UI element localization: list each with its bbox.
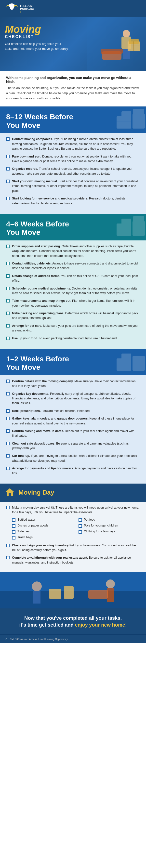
- checklist-item-text: Order supplies and start packing. Order …: [12, 244, 140, 258]
- moving-day-grid-item: Clothing for a few days: [79, 530, 140, 534]
- section-4-6-weeks: 4–6 Weeks BeforeYou Move Order supplies …: [0, 214, 146, 349]
- checklist-item: Order supplies and start packing. Order …: [6, 244, 140, 258]
- checklist-item-text: Car tune-up. If you are moving to a new …: [12, 454, 140, 463]
- checklist-item: Schedule routine medical appointments. D…: [6, 286, 140, 296]
- checklist-item: Start looking for new service and medica…: [6, 196, 140, 206]
- svg-text:MORTGAGE: MORTGAGE: [20, 8, 34, 10]
- checkbox[interactable]: [6, 180, 9, 183]
- checklist-item: Organize records. Transfer school record…: [6, 166, 140, 176]
- checklist-item-text: Contact moving companies. If you'll be h…: [12, 137, 140, 151]
- svg-rect-33: [33, 591, 40, 603]
- moving-day-grid-item: Dishes or paper goods: [12, 524, 74, 528]
- checklist-item-text: Organize key documents. Personally carry…: [12, 392, 140, 406]
- checklist-item-text: Arrange for payments and tips for movers…: [12, 466, 140, 476]
- checkbox[interactable]: [6, 409, 9, 413]
- checklist-item-text: Refill prescriptions. Forward medical re…: [12, 409, 91, 413]
- checklist-item: Contact utilities, cable, etc. Arrange t…: [6, 261, 140, 271]
- checklist-item: Gather keys, alarm codes, and garage doo…: [6, 416, 140, 426]
- survival-kit-item: Make a moving-day survival kit. These ar…: [6, 505, 140, 515]
- hero-section: Moving CHECKLIST Our timeline can help y…: [0, 17, 146, 71]
- checkbox[interactable]: [6, 197, 9, 200]
- section-1-2-title: 1–2 Weeks BeforeYou Move: [6, 355, 140, 372]
- header: FREEDOM MORTGAGE ®: [0, 0, 146, 17]
- checkbox[interactable]: [6, 506, 9, 509]
- checkbox[interactable]: [79, 530, 82, 534]
- checkbox[interactable]: [6, 287, 9, 290]
- checklist-item: Confirm closing and move-in dates. Reach…: [6, 429, 140, 438]
- moving-day-header: Moving Day: [0, 484, 146, 502]
- checklist-item-text: Organize records. Transfer school record…: [12, 166, 140, 176]
- brand-logo: FREEDOM MORTGAGE ®: [5, 3, 34, 14]
- checklist-item: Complete a walkthrough with your real es…: [6, 555, 140, 565]
- footer-bar-text: NMLS Consumer Access. Equal Housing Oppo…: [10, 638, 68, 641]
- checkbox[interactable]: [6, 167, 9, 170]
- checkbox[interactable]: [12, 518, 16, 522]
- checkbox[interactable]: [6, 467, 9, 470]
- checkbox[interactable]: [6, 337, 9, 340]
- section-1-2-header: 1–2 Weeks BeforeYou Move: [0, 349, 146, 375]
- intro-section: With some planning and organization, you…: [0, 71, 146, 106]
- svg-rect-29: [8, 493, 11, 496]
- checkbox[interactable]: [6, 137, 9, 141]
- intro-body-text: The to-do list can be daunting, but you …: [6, 86, 140, 101]
- moving-day-illustration: [0, 571, 146, 609]
- checkbox[interactable]: [6, 262, 9, 265]
- checkbox[interactable]: [6, 454, 9, 458]
- checkbox[interactable]: [79, 518, 82, 522]
- checkbox[interactable]: [12, 524, 16, 528]
- checkbox[interactable]: [6, 155, 9, 158]
- checkbox[interactable]: [12, 530, 16, 534]
- checklist-item-text: Start looking for new service and medica…: [12, 196, 140, 206]
- checkbox[interactable]: [6, 544, 9, 547]
- checklist-item: Use up your food. To avoid packing peris…: [6, 336, 140, 341]
- svg-text:®: ®: [20, 11, 22, 13]
- checkbox[interactable]: [6, 417, 9, 420]
- moving-day-grid-item: Trash bags: [12, 535, 74, 539]
- checkbox[interactable]: [6, 442, 9, 445]
- checklist-item-text: Obtain change-of-address forms. You can …: [12, 274, 140, 283]
- survival-kit-text: Make a moving-day survival kit. These ar…: [12, 505, 140, 515]
- checkbox[interactable]: [6, 379, 9, 383]
- section-8-12-header: 8–12 Weeks BeforeYou Move: [0, 106, 146, 133]
- svg-rect-38: [88, 590, 108, 599]
- moving-day-grid-item: Toys for younger children: [79, 524, 140, 528]
- checklist-item-text: Clean out safe deposit boxes. Be sure to…: [12, 441, 140, 451]
- checklist-item: Obtain change-of-address forms. You can …: [6, 274, 140, 283]
- checklist-item: Clean out safe deposit boxes. Be sure to…: [6, 441, 140, 451]
- checkbox[interactable]: [6, 274, 9, 278]
- moving-day-section: Moving Day Make a moving-day survival ki…: [0, 484, 146, 609]
- moving-day-grid-item: Pet food: [79, 518, 140, 522]
- checklist-item: Pare down and sort. Donate, recycle, or …: [6, 154, 140, 164]
- checkbox[interactable]: [6, 392, 9, 396]
- checkbox[interactable]: [6, 312, 9, 315]
- section-1-2-weeks: 1–2 Weeks BeforeYou Move Confirm details…: [0, 349, 146, 484]
- svg-rect-35: [64, 586, 74, 599]
- footer-cta: Now that you've completed all your tasks…: [0, 609, 146, 634]
- moving-day-grid: Bottled water Pet food Dishes or paper g…: [12, 518, 140, 539]
- moving-day-grid-item: Bottled water: [12, 518, 74, 522]
- section-8-12-body: Contact moving companies. If you'll be h…: [0, 133, 146, 214]
- checkbox[interactable]: [12, 536, 16, 539]
- moving-day-image: [0, 571, 146, 609]
- svg-text:FREEDOM: FREEDOM: [20, 5, 32, 7]
- checkbox[interactable]: [6, 556, 9, 559]
- checkbox[interactable]: [6, 429, 9, 433]
- svg-point-36: [106, 580, 115, 588]
- logo-area: FREEDOM MORTGAGE ®: [5, 3, 34, 14]
- moving-day-body: Make a moving-day survival kit. These ar…: [0, 502, 146, 571]
- checklist-item: Start your own moving manual. Start a bi…: [6, 179, 140, 193]
- checklist-item-text: Contact utilities, cable, etc. Arrange t…: [12, 261, 140, 271]
- checkbox[interactable]: [79, 524, 82, 528]
- checklist-item-text: Confirm details with the moving company.…: [12, 379, 140, 389]
- checklist-item: Arrange for pet care. Make sure your pet…: [6, 323, 140, 333]
- checkbox[interactable]: [6, 324, 9, 328]
- checklist-item: Check and sign your moving inventory lis…: [6, 543, 140, 553]
- moving-day-title: Moving Day: [19, 489, 54, 496]
- checkbox[interactable]: [6, 299, 9, 303]
- house-icon: [5, 487, 15, 497]
- checklist-item-text: Complete a walkthrough with your real es…: [12, 555, 140, 565]
- checklist-item-text: Make packing and unpacking plans. Determ…: [12, 311, 140, 321]
- checkbox[interactable]: [6, 245, 9, 248]
- checklist-item-text: Arrange for pet care. Make sure your pet…: [12, 323, 140, 333]
- equal-housing-icon: ⌂: [5, 637, 7, 641]
